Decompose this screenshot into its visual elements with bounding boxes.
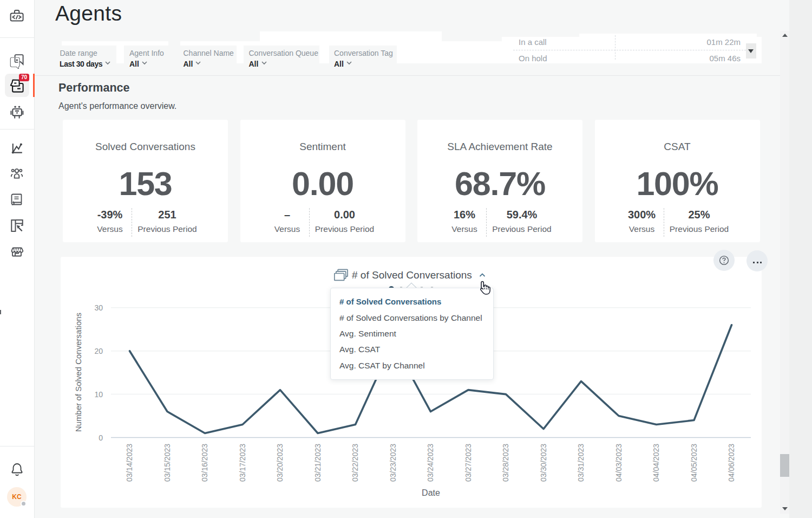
svg-text:03/17/2023: 03/17/2023 — [238, 444, 247, 482]
svg-text:03/31/2023: 03/31/2023 — [577, 444, 585, 482]
svg-text:03/23/2023: 03/23/2023 — [389, 444, 397, 482]
svg-text:03/28/2023: 03/28/2023 — [501, 444, 510, 482]
svg-text:03/14/2023: 03/14/2023 — [125, 444, 134, 482]
svg-text:03/20/2023: 03/20/2023 — [276, 444, 284, 482]
svg-text:0: 0 — [99, 433, 103, 442]
svg-text:30: 30 — [94, 303, 103, 312]
svg-text:04/03/2023: 04/03/2023 — [614, 444, 623, 482]
svg-text:10: 10 — [94, 390, 103, 399]
svg-text:04/04/2023: 04/04/2023 — [652, 444, 660, 482]
svg-text:03/16/2023: 03/16/2023 — [200, 444, 209, 482]
svg-text:03/21/2023: 03/21/2023 — [313, 444, 322, 482]
svg-text:20: 20 — [94, 347, 103, 355]
svg-text:03/27/2023: 03/27/2023 — [464, 444, 473, 482]
svg-text:03/24/2023: 03/24/2023 — [426, 444, 435, 482]
svg-text:04/06/2023: 04/06/2023 — [727, 444, 736, 482]
svg-text:03/15/2023: 03/15/2023 — [163, 444, 172, 482]
svg-text:04/05/2023: 04/05/2023 — [690, 444, 698, 482]
svg-text:Number of Solved Conversations: Number of Solved Conversations — [74, 313, 83, 432]
svg-text:03/30/2023: 03/30/2023 — [539, 444, 548, 482]
svg-text:03/22/2023: 03/22/2023 — [351, 444, 359, 482]
svg-text:Date: Date — [422, 488, 440, 497]
